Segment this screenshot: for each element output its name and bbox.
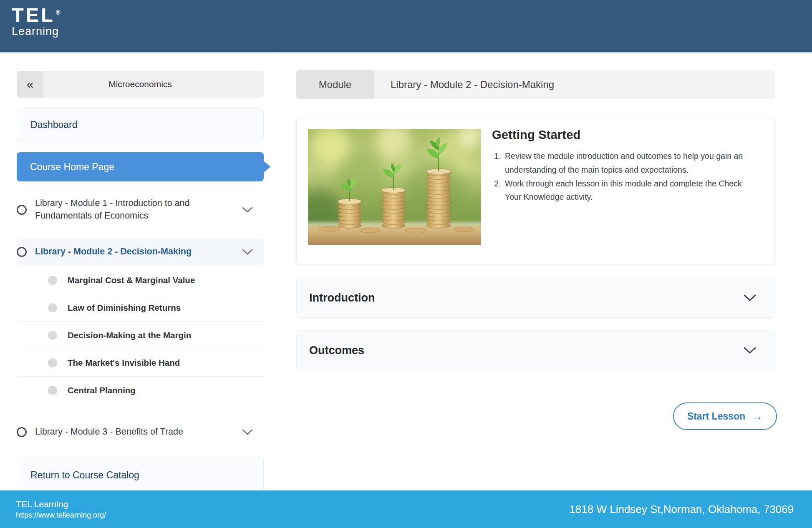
radio-circle-icon	[17, 205, 27, 215]
return-catalog-label: Return to Course Catalog	[30, 470, 139, 481]
footer-url-link[interactable]: https://www.tellearning.org/	[16, 510, 106, 520]
sidebar-item-course-home[interactable]: Course Home Page	[17, 152, 264, 181]
chevron-down-icon	[744, 347, 756, 354]
module-2-lesson-list: Marginal Cost & Marginal Value Law of Di…	[17, 267, 264, 404]
tel-learning-logo: TEL® Learning	[12, 4, 61, 38]
sidebar-item-dashboard[interactable]: Dashboard	[17, 108, 264, 141]
module-2-label: Library - Module 2 - Decision-Making	[35, 246, 203, 258]
app-root: TEL® Learning « Microeconomics Dashboard…	[0, 0, 812, 528]
registered-mark-icon: ®	[56, 9, 61, 16]
course-sidebar: « Microeconomics Dashboard Course Home P…	[0, 55, 276, 528]
progress-dot-icon	[48, 331, 57, 340]
sidebar-item-return-catalog[interactable]: Return to Course Catalog	[17, 458, 264, 493]
course-title: Microeconomics	[43, 71, 264, 98]
radio-circle-icon	[17, 427, 27, 437]
accordion-introduction[interactable]: Introduction	[296, 278, 775, 318]
main-content: Module Library - Module 2 - Decision-Mak…	[276, 55, 812, 528]
accordion-outcomes-label: Outcomes	[309, 344, 744, 357]
getting-started-steps: Review the module introduction and outco…	[492, 149, 760, 204]
lesson-item-marginal-cost[interactable]: Marginal Cost & Marginal Value	[17, 267, 264, 294]
chevron-down-icon	[744, 294, 756, 302]
progress-dot-icon	[48, 358, 57, 367]
radio-circle-icon	[17, 247, 27, 257]
divider	[17, 235, 264, 235]
breadcrumb: Module Library - Module 2 - Decision-Mak…	[296, 70, 775, 99]
step-item: Review the module introduction and outco…	[503, 149, 760, 177]
module-image-coins-plants	[308, 129, 481, 245]
progress-dot-icon	[48, 276, 57, 285]
app-header: TEL® Learning	[0, 0, 812, 53]
sidebar-item-module-3[interactable]: Library - Module 3 - Benefits of Trade	[17, 417, 264, 448]
progress-dot-icon	[48, 386, 57, 395]
lesson-item-central-planning[interactable]: Central Planning	[17, 377, 264, 404]
logo-tel: TEL	[12, 4, 55, 26]
accordion-introduction-label: Introduction	[309, 292, 744, 304]
lesson-item-invisible-hand[interactable]: The Market's Invisible Hand	[17, 349, 264, 377]
lesson-item-diminishing-returns[interactable]: Law of Diminishing Returns	[17, 294, 264, 322]
lesson-label: Decision-Making at the Margin	[68, 330, 191, 340]
chevron-down-icon	[242, 429, 253, 435]
sidebar-item-module-2[interactable]: Library - Module 2 - Decision-Making	[17, 239, 264, 265]
getting-started-card: Getting Started Review the module introd…	[296, 118, 775, 264]
logo-text-tel: TEL®	[12, 4, 61, 26]
footer-org-name: TEL Learning	[16, 498, 106, 510]
progress-dot-icon	[48, 303, 57, 312]
lesson-item-decision-making[interactable]: Decision-Making at the Margin	[17, 322, 264, 349]
logo-text-learning: Learning	[12, 25, 61, 38]
chevron-down-icon	[242, 249, 253, 255]
double-chevron-left-icon: «	[27, 77, 34, 91]
accordion-outcomes[interactable]: Outcomes	[296, 330, 775, 370]
start-lesson-button[interactable]: Start Lesson →	[673, 402, 777, 430]
app-footer: TEL Learning https://www.tellearning.org…	[0, 490, 812, 528]
dashboard-label: Dashboard	[30, 119, 78, 131]
getting-started-body: Getting Started Review the module introd…	[492, 128, 760, 204]
lesson-label: Marginal Cost & Marginal Value	[68, 275, 195, 285]
lesson-label: Law of Diminishing Returns	[68, 303, 181, 313]
footer-left: TEL Learning https://www.tellearning.org…	[16, 498, 106, 520]
lesson-label: Central Planning	[68, 385, 136, 395]
page-title: Library - Module 2 - Decision-Making	[391, 79, 554, 91]
coins-growth-illustration	[308, 129, 481, 245]
sidebar-collapse-button[interactable]: «	[17, 71, 43, 98]
right-arrow-icon: →	[752, 411, 763, 422]
start-lesson-label: Start Lesson	[687, 411, 745, 422]
module-1-label: Library - Module 1 - Introduction to and…	[35, 197, 203, 222]
course-home-label: Course Home Page	[30, 161, 114, 173]
breadcrumb-module-tag[interactable]: Module	[296, 70, 374, 99]
step-item: Work through each lesson in this module …	[503, 177, 760, 204]
lesson-label: The Market's Invisible Hand	[68, 358, 180, 368]
module-3-label: Library - Module 3 - Benefits of Trade	[35, 426, 203, 438]
getting-started-heading: Getting Started	[492, 128, 760, 142]
sidebar-item-module-1[interactable]: Library - Module 1 - Introduction to and…	[17, 192, 264, 227]
chevron-down-icon	[242, 207, 253, 213]
sidebar-header: « Microeconomics	[17, 71, 264, 98]
footer-address: 1818 W Lindsey St,Norman, Oklahoma, 7306…	[569, 503, 794, 516]
